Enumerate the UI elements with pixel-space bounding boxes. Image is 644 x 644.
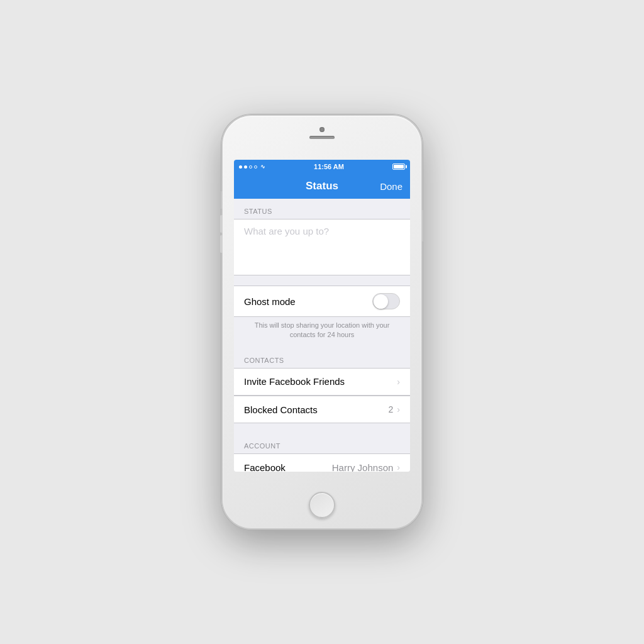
invite-facebook-row[interactable]: Invite Facebook Friends › xyxy=(234,368,410,396)
spacer-2 xyxy=(234,423,410,433)
spacer-1 xyxy=(234,275,410,286)
camera xyxy=(319,127,325,132)
signal-dot-3 xyxy=(249,165,252,169)
content-area: STATUS What are you up to? Ghost mode Th… xyxy=(234,199,410,472)
toggle-thumb xyxy=(374,294,388,309)
battery-fill xyxy=(394,165,404,169)
blocked-contacts-row[interactable]: Blocked Contacts 2 › xyxy=(234,396,410,423)
nav-title: Status xyxy=(306,180,338,192)
done-button[interactable]: Done xyxy=(380,181,402,192)
blocked-contacts-label: Blocked Contacts xyxy=(244,404,389,415)
ghost-mode-label: Ghost mode xyxy=(244,296,372,307)
account-section-header: ACCOUNT xyxy=(234,433,410,453)
status-section-header: STATUS xyxy=(234,199,410,219)
ghost-mode-row: Ghost mode xyxy=(234,286,410,317)
signal-dot-1 xyxy=(239,165,242,169)
contacts-section-header: CONTACTS xyxy=(234,348,410,368)
signal-dot-2 xyxy=(244,165,247,169)
wifi-icon: ∿ xyxy=(260,164,265,170)
ghost-mode-toggle[interactable] xyxy=(372,293,400,309)
battery-icon xyxy=(392,164,405,170)
status-placeholder: What are you up to? xyxy=(244,226,329,236)
invite-facebook-label: Invite Facebook Friends xyxy=(244,376,397,387)
status-input[interactable]: What are you up to? xyxy=(234,219,410,275)
speaker xyxy=(309,136,335,139)
home-button[interactable] xyxy=(309,492,335,518)
chevron-icon: › xyxy=(397,377,400,387)
phone-frame: ∿ 11:56 AM Status Done STATUS xyxy=(221,114,423,530)
blocked-count-badge: 2 xyxy=(389,404,394,414)
status-bar: ∿ 11:56 AM xyxy=(234,160,410,174)
blocked-chevron-icon: › xyxy=(397,404,400,414)
signal-area: ∿ xyxy=(239,164,265,170)
phone-body: ∿ 11:56 AM Status Done STATUS xyxy=(221,114,423,530)
facebook-account-label: Facebook xyxy=(244,462,332,472)
screen: ∿ 11:56 AM Status Done STATUS xyxy=(234,160,410,472)
nav-bar: Status Done xyxy=(234,174,410,199)
ghost-mode-description: This will stop sharing your location wit… xyxy=(234,317,410,348)
facebook-account-value: Harry Johnson xyxy=(332,462,394,472)
account-chevron-icon: › xyxy=(397,462,400,472)
phone-top xyxy=(309,127,335,139)
facebook-account-row[interactable]: Facebook Harry Johnson › xyxy=(234,453,410,472)
battery-area xyxy=(392,164,405,170)
signal-dot-4 xyxy=(254,165,257,169)
status-time: 11:56 AM xyxy=(314,163,344,170)
